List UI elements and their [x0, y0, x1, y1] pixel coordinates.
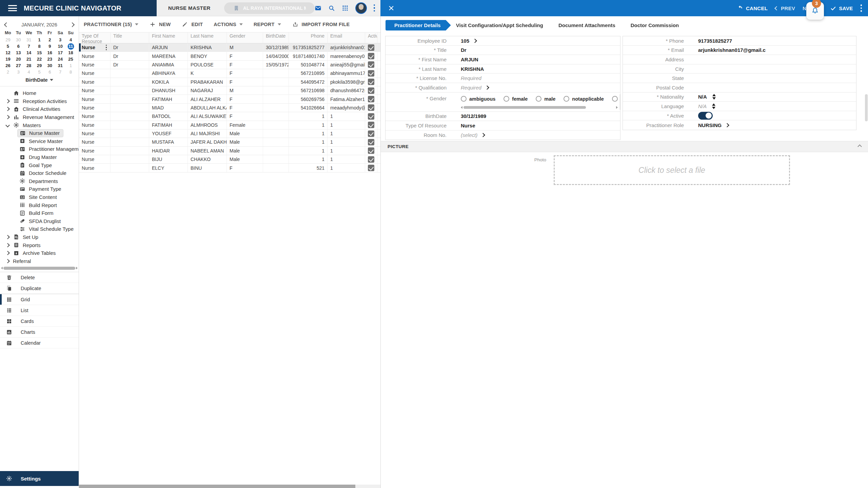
more-options-icon[interactable]	[374, 4, 375, 12]
table-row[interactable]: NurseFATIMAHALMHROOSFemale11	[79, 121, 380, 129]
toolbar-import-from-file-button[interactable]: IMPORT FROM FILE	[292, 21, 350, 28]
column-header-type-of-resource[interactable]: Type Of Resource	[79, 33, 111, 43]
calendar-day[interactable]: 7	[55, 69, 65, 75]
calendar-day[interactable]: 26	[3, 62, 13, 69]
field-value-employee-id[interactable]: 105	[461, 38, 620, 44]
table-row[interactable]: NurseBATOOLALI ALSUWAIKETF11	[79, 112, 380, 121]
sidebar-item-departments[interactable]: Departments	[0, 177, 79, 185]
sidebar-item-goal-type[interactable]: Goal Type	[0, 161, 79, 169]
field-value-nationality[interactable]: N/A	[698, 94, 856, 100]
active-checkbox[interactable]	[368, 113, 374, 120]
calendar-day-selected[interactable]: 11	[65, 43, 76, 49]
calendar-day[interactable]: 22	[34, 56, 45, 62]
field-value-email[interactable]: arjunkkrishnan017@gmail.c	[698, 47, 856, 53]
prev-button[interactable]: PREV	[775, 5, 795, 11]
column-header-active[interactable]: Active	[365, 33, 377, 43]
sidebar-horizontal-scrollbar[interactable]	[0, 266, 79, 270]
active-checkbox[interactable]	[368, 44, 374, 51]
calendar-day[interactable]: 17	[55, 49, 65, 56]
chevron-right-icon[interactable]	[473, 39, 477, 43]
calendar-day[interactable]: 10	[55, 43, 65, 49]
sidebar-item-build-report[interactable]: Build Report	[0, 201, 79, 209]
table-row[interactable]: NurseDrARJUNKRISHNAM30/12/19899173518252…	[79, 43, 380, 52]
hamburger-menu-icon[interactable]	[8, 5, 17, 11]
chevron-down-icon[interactable]	[5, 123, 10, 127]
view-item-calendar[interactable]: Calendar	[0, 338, 79, 348]
field-value-active[interactable]	[698, 112, 856, 120]
sidebar-item-archive-tables[interactable]: Archive Tables	[0, 249, 79, 257]
view-item-list[interactable]: List	[0, 305, 79, 316]
calendar-day[interactable]: 7	[24, 43, 34, 49]
active-checkbox[interactable]	[368, 156, 374, 163]
table-row[interactable]: NurseMUSTAFAJAFER AL DAKHEELMale11	[79, 138, 380, 146]
chevron-right-icon[interactable]	[5, 107, 10, 111]
calendar-day[interactable]: 5	[3, 43, 13, 49]
sidebar-item-reception-activities[interactable]: Reception Activities	[0, 97, 79, 105]
table-row[interactable]: NurseHAIDARNABEEL AMANMale11	[79, 147, 380, 155]
table-row[interactable]: NurseDrMAREENABENOYF14/04/20009187148017…	[79, 52, 380, 60]
gender-option-male[interactable]: male	[536, 96, 555, 102]
calendar-day[interactable]: 4	[24, 69, 34, 75]
calendar-day[interactable]: 27	[13, 62, 24, 69]
active-checkbox[interactable]	[368, 61, 374, 68]
field-value-gender[interactable]: ambiguousfemalemalenotapplicableother	[461, 94, 620, 110]
organization-chip[interactable]: AL RAYA INTERNATIONAL MEDICAL COMPLEX CO…	[224, 2, 315, 14]
toolbar-edit-button[interactable]: EDIT	[181, 21, 203, 28]
active-checkbox[interactable]	[368, 87, 374, 94]
calendar-day[interactable]: 6	[13, 43, 24, 49]
active-checkbox[interactable]	[368, 139, 374, 145]
toolbar-report-button[interactable]: REPORT	[254, 22, 281, 27]
table-row[interactable]: NurseDHANUSHNAGARAJM567210698dhanushn864…	[79, 86, 380, 95]
sidebar-item-sfda-druglist[interactable]: SFDA Druglist	[0, 217, 79, 225]
sidebar-item-referral[interactable]: Referral	[0, 257, 79, 265]
calendar-day[interactable]: 12	[3, 49, 13, 56]
calendar-day[interactable]: 18	[65, 49, 76, 56]
calendar-day[interactable]: 29	[34, 62, 45, 69]
column-header-email[interactable]: Email	[328, 33, 365, 43]
calendar-day[interactable]: 31	[24, 37, 34, 43]
sidebar-item-reports[interactable]: Reports	[0, 241, 79, 249]
chevron-right-icon[interactable]	[481, 133, 485, 137]
chevron-right-icon[interactable]	[485, 85, 489, 90]
sidebar-item-practitioner-management[interactable]: Practitioner Management	[0, 145, 79, 153]
table-row[interactable]: NurseFATIMAHALI ALZAHERF560269756Fatima.…	[79, 95, 380, 103]
field-value-practitioner-role[interactable]: NURSING	[698, 122, 856, 128]
column-header-gender[interactable]: Gender	[227, 33, 263, 43]
calendar-day[interactable]: 1	[34, 37, 45, 43]
calendar-day[interactable]: 24	[55, 56, 65, 62]
panel-more-options-icon[interactable]	[861, 4, 862, 12]
save-button[interactable]: SAVE	[830, 5, 853, 12]
active-checkbox[interactable]	[368, 104, 374, 111]
row-menu-icon[interactable]	[106, 45, 108, 50]
table-row[interactable]: NurseABHINAYAKF567210895abhinayammu17@g.…	[79, 69, 380, 78]
sidebar-item-revenue-management[interactable]: Revenue Management	[0, 113, 79, 121]
field-value-birthdate[interactable]: 30/12/1989	[461, 113, 620, 119]
collapse-section-icon[interactable]	[857, 144, 862, 149]
photo-dropzone[interactable]: Click to select a file	[554, 155, 790, 185]
mail-icon[interactable]	[315, 5, 321, 12]
sidebar-item-build-form[interactable]: Build Form	[0, 209, 79, 217]
column-header-birthdate[interactable]: BirthDate	[263, 33, 289, 43]
sidebar-item-nurse-master[interactable]: Nurse Master	[0, 129, 79, 137]
field-value-type-of-resource[interactable]: Nurse	[461, 123, 620, 128]
column-header-first-name[interactable]: First Name	[149, 33, 188, 43]
active-checkbox[interactable]	[368, 147, 374, 154]
chevron-right-icon[interactable]	[5, 251, 10, 255]
gender-option-other[interactable]: other	[612, 96, 620, 102]
calendar-day[interactable]: 6	[44, 69, 55, 75]
calendar-day[interactable]: 28	[24, 62, 34, 69]
calendar-day[interactable]: 30	[13, 37, 24, 43]
gender-option-ambiguous[interactable]: ambiguous	[461, 96, 495, 102]
field-value-license-no[interactable]: Required	[461, 75, 620, 81]
toolbar-practitioner-15-button[interactable]: PRACTITIONER (15)	[84, 22, 138, 27]
view-item-duplicate[interactable]: Duplicate	[0, 283, 79, 294]
calendar-day[interactable]: 15	[34, 49, 45, 56]
stepper-icon[interactable]	[712, 94, 716, 100]
sidebar-item-payment-type[interactable]: Payment Type	[0, 185, 79, 193]
sidebar-item-vital-schedule-type[interactable]: Vital Schedule Type	[0, 225, 79, 233]
field-value-last-name[interactable]: KRISHNA	[461, 66, 620, 72]
active-checkbox[interactable]	[368, 79, 374, 85]
calendar-day[interactable]: 16	[44, 49, 55, 56]
calendar-day[interactable]: 25	[65, 56, 76, 62]
table-row[interactable]: NurseKOKILAPRABAKARANF544095472pkokila35…	[79, 78, 380, 86]
